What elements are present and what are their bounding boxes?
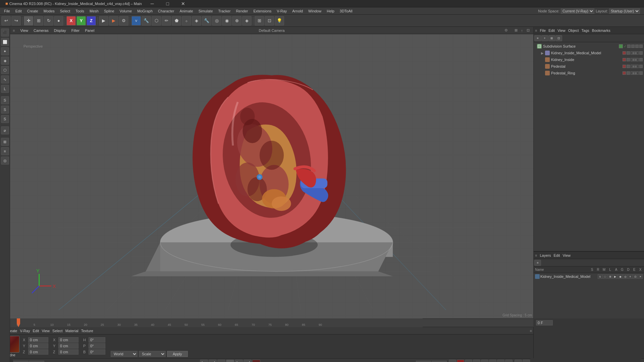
pb-tool-3[interactable]: ⊞ xyxy=(465,360,472,362)
grid-tool[interactable]: ⊡ xyxy=(265,16,274,25)
tool-11[interactable]: ◈ xyxy=(242,16,252,25)
play-button[interactable]: ▶ xyxy=(226,360,234,362)
pb-extra-2[interactable]: ⊞ xyxy=(523,360,530,362)
tool-1[interactable]: 🔧 xyxy=(142,16,151,25)
y-axis-btn[interactable]: Y xyxy=(76,16,86,25)
side-s1-btn[interactable]: S xyxy=(1,96,9,104)
light-tool[interactable]: 💡 xyxy=(275,16,284,25)
om-menu-bookmarks[interactable]: Bookmarks xyxy=(592,28,610,33)
x-pos-input[interactable] xyxy=(28,337,48,343)
move-tool[interactable]: ✛ xyxy=(24,16,33,25)
menu-animate[interactable]: Animate xyxy=(177,8,196,14)
close-button[interactable]: ✕ xyxy=(175,0,191,7)
lbadge-4[interactable]: ▶ xyxy=(613,274,618,279)
z-rot-input[interactable] xyxy=(58,349,78,355)
record-button[interactable]: ⏺ xyxy=(252,360,260,362)
tool-3[interactable]: ✏ xyxy=(162,16,171,25)
cm-material[interactable]: Material xyxy=(65,329,78,333)
side-sculpt-btn[interactable]: ◈ xyxy=(1,57,9,65)
transform-type-select[interactable]: Scale Move Rotate xyxy=(139,351,166,357)
vp-menu-panel[interactable]: Panel xyxy=(85,28,94,33)
menu-create[interactable]: Create xyxy=(24,8,41,14)
x-scale-input[interactable] xyxy=(89,337,105,343)
menu-window[interactable]: Window xyxy=(306,8,324,14)
obj-pedestal[interactable]: Pedestal ⊞⊞ xyxy=(534,63,644,70)
om-tool-1[interactable]: ≡ xyxy=(534,35,541,41)
layers-tool-1[interactable]: ≡ xyxy=(534,260,541,266)
side-mesh-btn[interactable]: ⬜ xyxy=(1,38,9,46)
step-back-button[interactable]: ◀| xyxy=(209,360,217,362)
coord-system-select[interactable]: World Object xyxy=(111,351,138,357)
frame-offset-input[interactable] xyxy=(29,361,44,362)
menu-edit[interactable]: Edit xyxy=(13,8,24,14)
layers-menu-view[interactable]: View xyxy=(562,253,571,257)
vp-icon-1[interactable]: ⊞ xyxy=(513,28,519,33)
vp-menu-cameras[interactable]: Cameras xyxy=(34,28,49,33)
obj-kidney-inside[interactable]: Kidney_Inside ⊞⊞ xyxy=(534,56,644,63)
menu-mograph[interactable]: MoGraph xyxy=(135,8,155,14)
layer-item[interactable]: Kidney_Inside_Medical_Model S □ ⊞ ▶ ◉ ◎ … xyxy=(534,273,644,280)
obj-mode[interactable]: ● xyxy=(54,16,63,25)
lbadge-6[interactable]: ◎ xyxy=(623,274,628,279)
obj-kidney-model[interactable]: ▶ Kidney_Inside_Medical_Model ⊞⊞ xyxy=(534,50,644,56)
menu-tools[interactable]: Tools xyxy=(73,8,87,14)
tool-5[interactable]: ⬦ xyxy=(182,16,191,25)
cm-vray[interactable]: V-Ray xyxy=(20,329,30,333)
menu-help[interactable]: Help xyxy=(324,8,337,14)
side-model-btn[interactable]: ⬛ xyxy=(1,28,9,37)
lbadge-3[interactable]: ⊞ xyxy=(608,274,612,279)
menu-render[interactable]: Render xyxy=(233,8,251,14)
side-layer-btn[interactable]: ≡ xyxy=(1,147,9,155)
lbadge-5[interactable]: ◉ xyxy=(618,274,623,279)
menu-modes[interactable]: Modes xyxy=(41,8,57,14)
menu-3dtoall[interactable]: 3DToAll xyxy=(337,8,355,14)
vp-icon-2[interactable]: ↑ xyxy=(519,28,525,33)
pb-tool-1[interactable]: ◎ xyxy=(449,360,456,362)
render-btn[interactable]: ▶ xyxy=(109,16,118,25)
menu-simulate[interactable]: Simulate xyxy=(196,8,216,14)
tool-4[interactable]: ⬟ xyxy=(172,16,181,25)
side-spline-btn[interactable]: ∿ xyxy=(1,75,9,83)
menu-arnold[interactable]: Arnold xyxy=(289,8,306,14)
tool-6[interactable]: ◈ xyxy=(192,16,201,25)
3d-scene[interactable]: Perspective xyxy=(10,34,533,318)
menu-spline[interactable]: Spline xyxy=(101,8,117,14)
timeline-ruler[interactable]: 0 5 10 15 20 25 30 35 40 45 50 55 60 65 … xyxy=(10,318,423,327)
z-pos-input[interactable] xyxy=(28,349,48,355)
apply-button[interactable]: Apply xyxy=(167,351,188,357)
vp-menu-filter[interactable]: Filter xyxy=(71,28,79,33)
vp-menu-view[interactable]: View xyxy=(20,28,28,33)
menu-character[interactable]: Character xyxy=(155,8,177,14)
scale-tool[interactable]: ⊞ xyxy=(34,16,43,25)
skip-to-start-button[interactable]: |◀ xyxy=(200,360,208,362)
tool-10[interactable]: ⊕ xyxy=(232,16,241,25)
side-l-btn[interactable]: L xyxy=(1,85,9,93)
tool-9[interactable]: ◉ xyxy=(222,16,231,25)
menu-file[interactable]: File xyxy=(1,8,13,14)
cm-select[interactable]: Select xyxy=(52,329,63,333)
z-scale-input[interactable] xyxy=(89,349,105,355)
side-shape-btn[interactable]: ⬡ xyxy=(1,66,9,74)
pb-tool-5[interactable]: ◉ xyxy=(481,360,488,362)
tool-8[interactable]: ◎ xyxy=(212,16,221,25)
undo-button[interactable]: ↩ xyxy=(1,16,11,25)
cm-texture[interactable]: Texture xyxy=(81,329,93,333)
tool-7[interactable]: 🔧 xyxy=(202,16,211,25)
lbadge-8[interactable]: ⊡ xyxy=(633,274,638,279)
y-pos-input[interactable] xyxy=(28,343,48,349)
menu-extensions[interactable]: Extensions xyxy=(251,8,274,14)
skip-to-end-button[interactable]: ▶| xyxy=(244,360,252,362)
pb-tool-6[interactable]: ⊡ xyxy=(489,360,496,362)
side-s2-btn[interactable]: S xyxy=(1,106,9,114)
lbadge-9[interactable]: ✕ xyxy=(638,274,643,279)
om-tool-2[interactable]: + xyxy=(541,35,548,41)
maximize-button[interactable]: □ xyxy=(160,0,175,7)
om-menu-view[interactable]: View xyxy=(557,28,566,33)
snap-tool[interactable]: ⊞ xyxy=(255,16,264,25)
pb-extra-1[interactable]: ⊕ xyxy=(515,360,522,362)
cm-edit[interactable]: Edit xyxy=(33,329,39,333)
layers-menu-layers[interactable]: Layers xyxy=(540,253,551,257)
side-brush-btn[interactable]: ⌀ xyxy=(1,126,9,134)
pb-tool-7[interactable]: ◎ xyxy=(497,360,504,362)
render-settings-btn[interactable]: ⚙ xyxy=(119,16,128,25)
